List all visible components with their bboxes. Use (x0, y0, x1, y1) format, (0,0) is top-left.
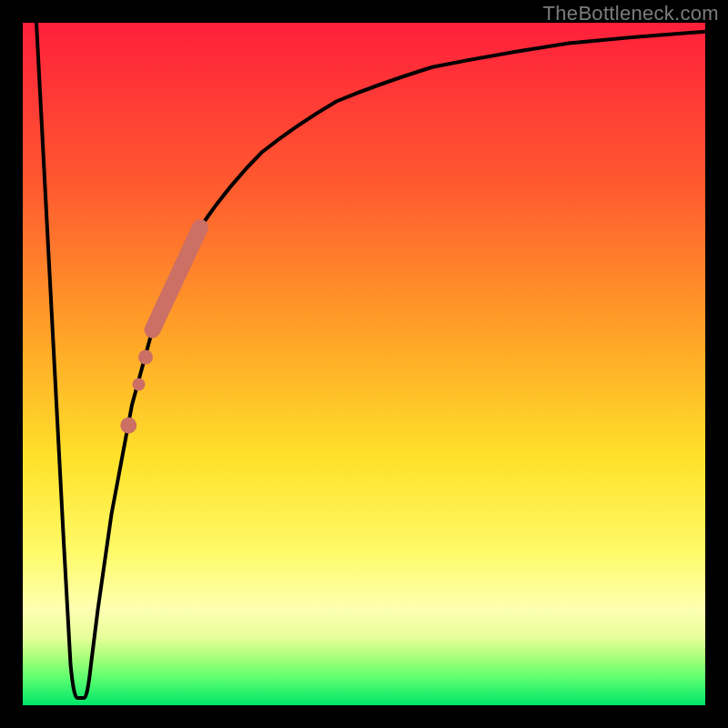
marker-dot-1 (138, 350, 153, 365)
chart-frame: TheBottleneck.com (0, 0, 728, 728)
curve-layer (23, 23, 705, 705)
watermark-text: TheBottleneck.com (543, 2, 719, 25)
bottleneck-curve (36, 23, 705, 698)
marker-dot-3 (120, 418, 136, 434)
highlight-segment (153, 228, 201, 330)
plot-area (23, 23, 705, 705)
marker-dot-2 (133, 379, 146, 391)
